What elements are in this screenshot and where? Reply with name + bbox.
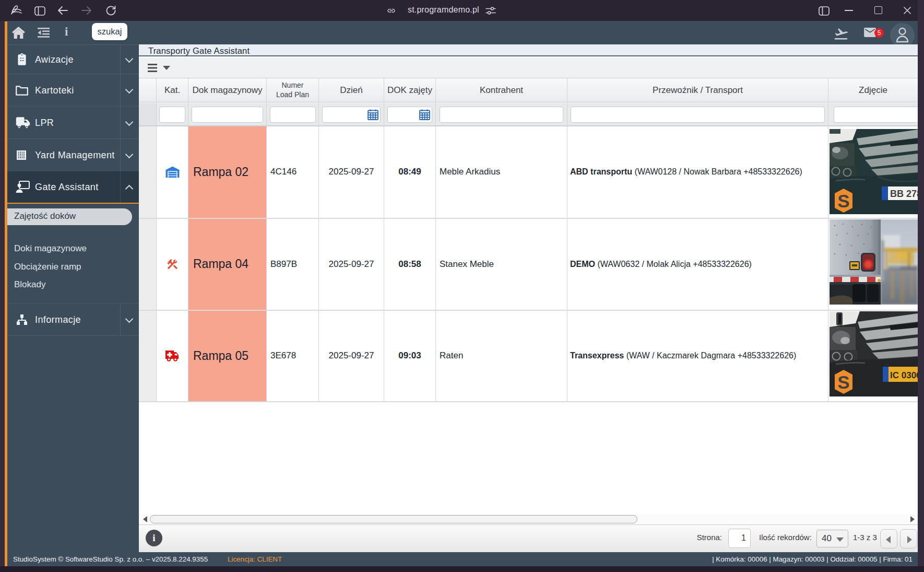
svg-text:BB 278: BB 278 bbox=[890, 189, 918, 199]
svg-text:S: S bbox=[837, 191, 849, 211]
svg-text:S: S bbox=[837, 372, 849, 392]
svg-text:IC 0306: IC 0306 bbox=[890, 370, 918, 380]
